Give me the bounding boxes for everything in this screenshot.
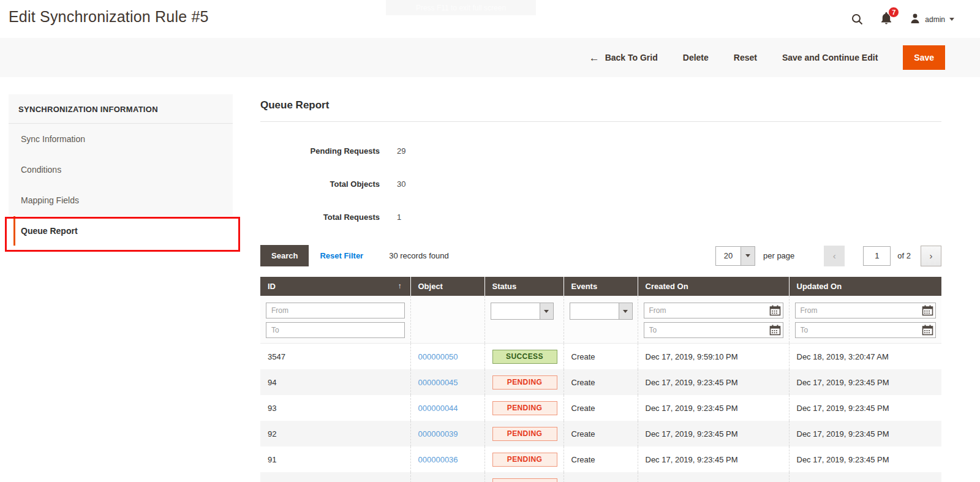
total-pages-label: of 2 (897, 251, 911, 260)
cell-id: 92 (260, 421, 410, 446)
main-panel: Queue Report Pending Requests 29 Total O… (260, 94, 941, 482)
sidebar-item-label: Mapping Fields (21, 195, 79, 205)
sidebar-item-label: Conditions (21, 165, 61, 175)
summary-row-pending-requests: Pending Requests 29 (260, 146, 941, 156)
per-page-label: per page (763, 251, 794, 260)
summary-row-total-objects: Total Objects 30 (260, 179, 941, 189)
previous-page-button[interactable]: ‹ (824, 246, 845, 266)
field-label: Total Requests (260, 213, 380, 222)
sort-ascending-icon: ↑ (398, 282, 402, 290)
cell-id: 90 (260, 472, 410, 482)
id-from-filter-input[interactable] (266, 303, 405, 318)
content-area: SYNCHRONIZATION INFORMATION Sync Informa… (0, 77, 980, 482)
column-header-events[interactable]: Events (564, 277, 638, 296)
sidebar-item-queue-report[interactable]: Queue Report (9, 216, 233, 246)
admin-menu[interactable]: admin (910, 13, 954, 26)
cell-created-on: Dec 17, 2019, 9:23:45 PM (638, 421, 789, 446)
status-badge: PENDING (492, 401, 557, 415)
save-and-continue-button[interactable]: Save and Continue Edit (782, 53, 878, 62)
field-label: Total Objects (260, 179, 380, 189)
cell-status: PENDING (484, 369, 564, 395)
admin-username: admin (925, 15, 945, 24)
next-page-button[interactable]: › (921, 246, 941, 266)
chevron-down-icon (949, 18, 954, 21)
current-page-input[interactable] (863, 246, 891, 266)
cell-object: 000000036 (410, 446, 484, 472)
updated-from-filter-input[interactable] (795, 303, 937, 318)
cell-status: PENDING (484, 395, 564, 421)
object-link[interactable]: 000000039 (418, 429, 458, 439)
object-link[interactable]: 000000045 (418, 378, 458, 387)
cell-events: Create (564, 446, 638, 472)
id-to-filter-input[interactable] (266, 322, 405, 338)
summary-fields: Pending Requests 29 Total Objects 30 Tot… (260, 146, 941, 222)
queue-table-body: 3547000000050SUCCESSCreateDec 17, 2019, … (260, 344, 941, 482)
cell-updated-on: Dec 17, 2019, 9:23:45 PM (789, 395, 941, 421)
reset-filter-link[interactable]: Reset Filter (320, 251, 363, 260)
column-header-created-on[interactable]: Created On (638, 277, 789, 296)
fullscreen-toast: Press F11 to exit full screen (386, 0, 536, 15)
header-actions: 7 admin (851, 8, 954, 27)
records-found-text: 30 records found (389, 251, 449, 260)
cell-created-on: Dec 17, 2019, 9:23:45 PM (638, 395, 789, 421)
chevron-down-icon (741, 247, 755, 265)
cell-updated-on: Dec 17, 2019, 9:23:45 PM (789, 472, 941, 482)
object-filter-cell (410, 296, 484, 344)
arrow-left-icon: ← (589, 53, 600, 63)
notifications-button[interactable]: 7 (880, 12, 892, 27)
grid-search-button[interactable]: Search (260, 245, 309, 266)
column-header-updated-on[interactable]: Updated On (789, 277, 941, 296)
column-header-id[interactable]: ID ↑ (260, 277, 410, 296)
cell-id: 94 (260, 369, 410, 395)
field-value: 29 (397, 146, 405, 156)
cell-object: 000000039 (410, 421, 484, 446)
sidebar-item-sync-information[interactable]: Sync Information (9, 124, 233, 154)
status-badge: PENDING (492, 427, 557, 441)
back-to-grid-button[interactable]: ← Back To Grid (589, 53, 658, 63)
per-page-value: 20 (716, 247, 741, 265)
search-icon[interactable] (851, 13, 863, 25)
bell-icon (880, 16, 892, 26)
sidebar-item-label: Queue Report (21, 226, 78, 236)
calendar-icon[interactable] (769, 325, 781, 336)
column-header-status[interactable]: Status (484, 277, 564, 296)
cell-status: PENDING (484, 472, 564, 482)
per-page-select[interactable]: 20 (715, 246, 755, 266)
sidebar-heading: SYNCHRONIZATION INFORMATION (9, 94, 233, 124)
created-to-filter-input[interactable] (644, 322, 783, 338)
updated-to-filter-input[interactable] (795, 322, 937, 338)
status-filter-select[interactable] (491, 303, 554, 320)
table-row: 94000000045PENDINGCreateDec 17, 2019, 9:… (260, 369, 941, 395)
user-icon (910, 13, 921, 26)
calendar-icon[interactable] (922, 305, 933, 316)
cell-object: 000000044 (410, 395, 484, 421)
object-link[interactable]: 000000050 (418, 352, 458, 361)
cell-status: PENDING (484, 421, 564, 446)
save-button[interactable]: Save (903, 45, 945, 70)
created-from-filter-input[interactable] (644, 303, 783, 318)
sidebar-nav: Sync InformationConditionsMapping Fields… (9, 124, 233, 246)
delete-button[interactable]: Delete (683, 53, 709, 62)
cell-object: 000000050 (410, 344, 484, 370)
admin-page: Press F11 to exit full screen Edit Synch… (0, 0, 980, 482)
chevron-down-icon (619, 303, 632, 319)
cell-updated-on: Dec 17, 2019, 9:23:45 PM (789, 369, 941, 395)
cell-id: 91 (260, 446, 410, 472)
sidebar-item-conditions[interactable]: Conditions (9, 154, 233, 185)
table-header-row: ID ↑ Object Status Events Created On Upd… (260, 277, 941, 296)
calendar-icon[interactable] (922, 325, 933, 336)
column-header-object[interactable]: Object (410, 277, 484, 296)
sidebar: SYNCHRONIZATION INFORMATION Sync Informa… (9, 94, 233, 246)
cell-created-on: Dec 17, 2019, 9:23:45 PM (638, 446, 789, 472)
events-filter-select[interactable] (570, 303, 633, 320)
grid-toolbar: Search Reset Filter 30 records found 20 … (260, 245, 941, 266)
cell-events: Create (564, 421, 638, 446)
cell-created-on: Dec 17, 2019, 9:23:45 PM (638, 472, 789, 482)
sidebar-item-mapping-fields[interactable]: Mapping Fields (9, 185, 233, 216)
object-link[interactable]: 000000036 (418, 455, 458, 464)
object-link[interactable]: 000000044 (418, 404, 458, 413)
calendar-icon[interactable] (769, 305, 781, 316)
cell-events: Create (564, 369, 638, 395)
table-row: 91000000036PENDINGCreateDec 17, 2019, 9:… (260, 446, 941, 472)
reset-button[interactable]: Reset (734, 53, 757, 62)
